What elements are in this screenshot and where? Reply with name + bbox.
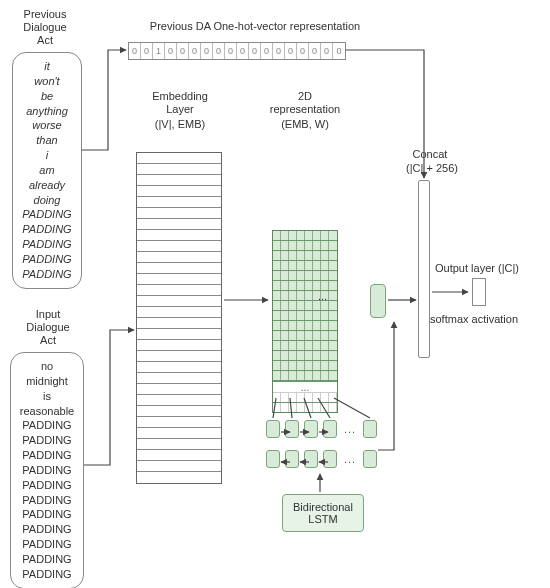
lstm-cell: [323, 450, 337, 468]
bilstm-row-forward: ...: [266, 420, 377, 438]
bilstm-row-backward: ...: [266, 450, 377, 468]
onehot-cell: 0: [177, 43, 189, 59]
embedding-row: [137, 285, 221, 296]
onehot-cell: 0: [261, 43, 273, 59]
grid-cell: [281, 351, 289, 360]
grid-cell: [273, 393, 281, 402]
input-token: PADDING: [17, 552, 77, 567]
grid-cell: [297, 311, 305, 320]
repr2d-title: 2Drepresentation: [255, 90, 355, 116]
grid-cell: [321, 361, 329, 370]
grid-cell: [281, 291, 289, 300]
grid-cell: [273, 371, 281, 380]
grid-cell: [289, 271, 297, 280]
grid-cell: [305, 301, 313, 310]
onehot-cell: 0: [285, 43, 297, 59]
grid-cell: [305, 393, 313, 402]
concat-title: Concat: [395, 148, 465, 161]
grid-cell: [321, 231, 329, 240]
onehot-cell: 0: [297, 43, 309, 59]
prev-token: be: [19, 89, 75, 104]
grid-cell: [305, 321, 313, 330]
output-layer-box: [472, 278, 486, 306]
grid-cell: [305, 251, 313, 260]
grid-cell: [305, 361, 313, 370]
grid-cell: [329, 393, 337, 402]
grid-cell: [329, 351, 337, 360]
grid-cell: [305, 291, 313, 300]
lstm-cell: [304, 450, 318, 468]
grid-cell: [273, 321, 281, 330]
embedding-row: [137, 153, 221, 164]
grid-cell: [321, 251, 329, 260]
embedding-row: [137, 208, 221, 219]
embedding-row: [137, 274, 221, 285]
input-token: PADDING: [17, 433, 77, 448]
grid-cell: [273, 361, 281, 370]
grid-cell: [305, 241, 313, 250]
grid-cell: [281, 393, 289, 402]
grid-cell: [321, 331, 329, 340]
embedding-row: [137, 417, 221, 428]
grid-cell: [273, 301, 281, 310]
previous-da-heading: PreviousDialogueAct: [10, 8, 80, 48]
grid-cell: [281, 331, 289, 340]
grid-cell: [281, 371, 289, 380]
lstm-cell: [323, 420, 337, 438]
onehot-cell: 0: [201, 43, 213, 59]
input-token: PADDING: [17, 463, 77, 478]
grid-row: [273, 331, 337, 341]
grid-cell: [297, 393, 305, 402]
grid-ellipsis: ...: [318, 290, 327, 303]
grid-row: [273, 291, 337, 301]
lstm-cell: [266, 450, 280, 468]
onehot-cell: 0: [237, 43, 249, 59]
embedding-row: [137, 450, 221, 461]
prev-token: PADDING: [19, 252, 75, 267]
embedding-row: [137, 439, 221, 450]
grid-row: [273, 271, 337, 281]
grid-cell: [289, 291, 297, 300]
grid-cell: [313, 311, 321, 320]
embedding-row: [137, 164, 221, 175]
prev-token: PADDING: [19, 237, 75, 252]
grid-cell: [329, 261, 337, 270]
grid-cell: [329, 251, 337, 260]
grid-cell: [281, 241, 289, 250]
onehot-cell: 0: [309, 43, 321, 59]
grid-row: [273, 371, 337, 381]
grid-row: [273, 261, 337, 271]
grid-cell: [321, 351, 329, 360]
lstm-cell: [304, 420, 318, 438]
prev-token: PADDING: [19, 207, 75, 222]
grid-cell: [289, 403, 297, 412]
lstm-output-vector: [370, 284, 386, 318]
embedding-row: [137, 428, 221, 439]
grid-cell: [297, 281, 305, 290]
grid-cell: [273, 403, 281, 412]
input-token: PADDING: [17, 448, 77, 463]
grid-row-white: [273, 403, 337, 412]
lstm-ellipsis: ...: [342, 450, 358, 468]
grid-cell: [305, 271, 313, 280]
grid-row: [273, 301, 337, 311]
embedding-row: [137, 307, 221, 318]
prev-token: PADDING: [19, 222, 75, 237]
grid-cell: [273, 351, 281, 360]
grid-cell: [281, 361, 289, 370]
grid-cell: [313, 321, 321, 330]
input-token: PADDING: [17, 507, 77, 522]
prev-token: than: [19, 133, 75, 148]
grid-cell: [321, 271, 329, 280]
grid-cell: [313, 403, 321, 412]
grid-cell: [313, 361, 321, 370]
grid-cell: [305, 281, 313, 290]
grid-cell: [289, 393, 297, 402]
input-token: midnight: [17, 374, 77, 389]
input-da-heading: InputDialogueAct: [18, 308, 78, 348]
prev-token: doing: [19, 193, 75, 208]
input-token: reasonable: [17, 404, 77, 419]
prev-token: won't: [19, 74, 75, 89]
prev-token: worse: [19, 118, 75, 133]
grid-cell: [281, 231, 289, 240]
